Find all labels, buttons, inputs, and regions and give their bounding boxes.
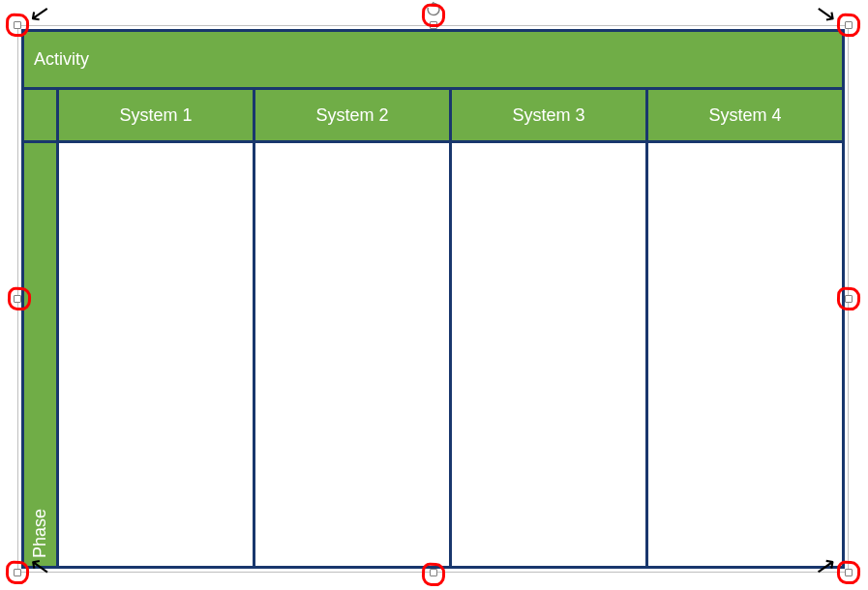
swimlane-body [59,143,253,566]
annotation-circle-s [422,563,446,587]
swimlane-label: System 2 [315,105,388,126]
swimlane-label: System 4 [708,105,781,126]
swimlane-body [255,143,449,566]
phase-column: Phase [24,90,59,566]
annotation-arrow-se: ↗ [813,551,838,579]
swimlane-4: System 4 [648,90,842,566]
activity-diagram[interactable]: Activity Phase System 1 System 2 [21,29,845,569]
swimlane-2: System 2 [255,90,452,566]
annotation-circle-e [837,287,861,311]
swimlane-header: System 3 [452,90,645,143]
annotation-circle-se [837,561,861,585]
phase-label-cell: Phase [24,143,59,566]
annotation-arrow-sw: ↖ [27,551,52,579]
annotation-circle-sw [6,561,30,585]
annotation-circle-ne [837,14,861,38]
annotation-circle-n [422,4,446,28]
swimlane-header: System 2 [255,90,449,143]
diagram-title: Activity [34,49,89,70]
swimlane-3: System 3 [452,90,648,566]
swimlane-header: System 1 [59,90,253,143]
swimlanes: System 1 System 2 System 3 System 4 [59,90,842,566]
diagram-body: Phase System 1 System 2 System 3 [24,90,842,566]
phase-column-header [24,90,59,143]
swimlane-body [452,143,645,566]
annotation-arrow-ne: ↘ [813,0,838,27]
swimlane-1: System 1 [59,90,255,566]
swimlane-body [648,143,842,566]
swimlane-label: System 1 [119,105,192,126]
diagram-title-bar: Activity [24,32,842,90]
annotation-arrow-nw: ↙ [27,0,52,27]
annotation-circle-nw [6,14,30,38]
swimlane-label: System 3 [512,105,584,126]
swimlane-header: System 4 [648,90,842,143]
annotation-circle-w [8,287,32,311]
